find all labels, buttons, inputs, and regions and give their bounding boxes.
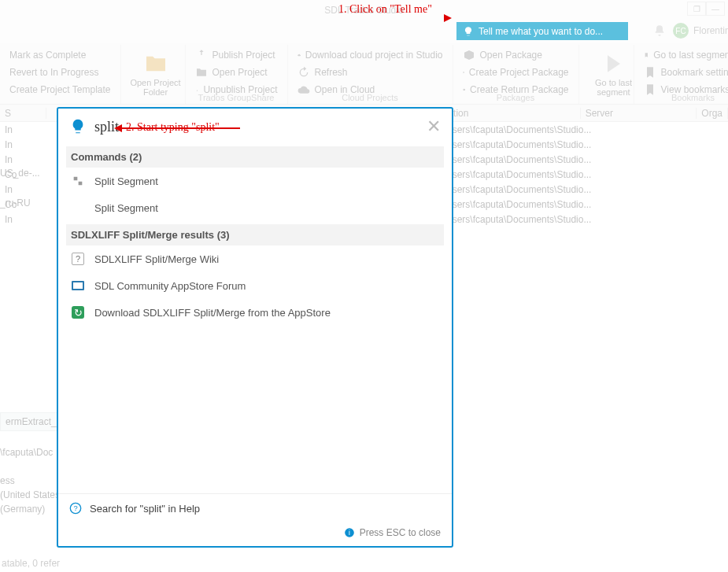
user-avatar: FC	[673, 23, 689, 39]
window-restore-button[interactable]: ❐	[687, 2, 706, 16]
col-org[interactable]: Orga	[697, 108, 728, 119]
open-package-button[interactable]: Open Package	[460, 46, 572, 64]
goto-icon	[601, 51, 626, 76]
commands-section-header: Commands (2)	[66, 146, 444, 168]
ribbon: Mark as Complete Revert to In Progress C…	[0, 43, 728, 105]
col-server[interactable]: Server	[581, 108, 697, 119]
return-package-icon	[463, 83, 466, 96]
user-name: Florentina	[693, 25, 728, 36]
status-bar: atable, 0 refer	[2, 558, 60, 569]
download-cloud-button[interactable]: Download cloud project in Studio	[294, 46, 446, 64]
notifications-icon[interactable]	[653, 24, 666, 39]
info-icon: i	[344, 527, 355, 538]
download-icon: ↻	[71, 305, 85, 319]
cloud-projects-label: Cloud Projects	[288, 93, 453, 102]
app-section-header: SDLXLIFF Split/Merge results (3)	[66, 224, 444, 245]
package-open-icon	[463, 49, 475, 61]
tell-me-placeholder: Tell me what you want to do...	[479, 26, 603, 37]
open-project-button[interactable]: Open Project	[192, 64, 281, 81]
open-in-cloud-button[interactable]: Open in Cloud	[294, 81, 446, 98]
window-minimize-button[interactable]: —	[706, 2, 725, 16]
create-template-button[interactable]: Create Project Template	[6, 81, 114, 98]
unpublish-project-button[interactable]: Unpublish Project	[192, 81, 281, 98]
close-icon[interactable]: ✕	[427, 116, 441, 137]
esc-hint: i Press ESC to close	[58, 522, 452, 546]
cloud-download-icon	[297, 49, 301, 61]
help-icon: ?	[71, 252, 85, 266]
goto-last-segment-button[interactable]: Go to last segment	[586, 46, 642, 101]
blank-icon	[71, 201, 85, 215]
packages-label: Packages	[453, 93, 578, 102]
goto-last-segment-in-button[interactable]: Go to last segment in	[641, 46, 728, 64]
forum-icon	[71, 279, 85, 293]
bookmark-goto-icon	[644, 49, 649, 61]
col-status[interactable]: S	[0, 108, 46, 119]
mark-complete-button[interactable]: Mark as Complete	[6, 46, 114, 64]
side-label-ru: _ru-RU	[0, 197, 31, 209]
package-icon	[463, 66, 464, 79]
annotation-1: 1. Click on "Tell me"	[338, 3, 432, 16]
publish-project-button[interactable]: Publish Project	[192, 46, 281, 64]
revert-button[interactable]: Revert to In Progress	[6, 64, 114, 81]
refresh-icon	[297, 66, 310, 79]
svg-text:?: ?	[73, 504, 77, 512]
result-split-segment-2[interactable]: Split Segment	[66, 194, 444, 221]
result-wiki[interactable]: ? SDLXLIFF Split/Merge Wiki	[66, 245, 444, 272]
split-icon	[71, 174, 85, 188]
side-label-de: US_de-...	[0, 168, 40, 179]
user-menu[interactable]: FC Florentina	[673, 23, 728, 39]
svg-text:i: i	[349, 530, 350, 537]
cloud-icon	[297, 83, 310, 96]
annotation-2-arrow	[122, 127, 240, 129]
help-search-icon: ?	[69, 502, 82, 515]
refresh-button[interactable]: Refresh	[294, 64, 446, 81]
result-download[interactable]: ↻ Download SDLXLIFF Split/Merge from the…	[66, 299, 444, 326]
bookmarks-label: Bookmarks	[634, 93, 728, 102]
view-bookmarks-button[interactable]: View bookmarks	[641, 81, 728, 98]
create-return-package-button[interactable]: Create Return Package	[460, 81, 572, 98]
unpublish-icon	[195, 83, 199, 96]
tell-me-search[interactable]: Tell me what you want to do...	[456, 22, 628, 40]
result-split-segment-1[interactable]: Split Segment	[66, 168, 444, 194]
result-forum[interactable]: SDL Community AppStore Forum	[66, 272, 444, 299]
open-icon	[195, 66, 208, 79]
bookmark-settings-button[interactable]: Bookmark settings	[641, 64, 728, 81]
lightbulb-icon	[69, 118, 87, 135]
lightbulb-icon	[463, 26, 474, 37]
publish-icon	[195, 49, 208, 61]
bookmark-view-icon	[644, 83, 656, 96]
annotation-1-arrow	[444, 14, 453, 24]
open-project-folder-button[interactable]: Open Project Folder	[127, 46, 184, 101]
col-location[interactable]: ocation	[434, 108, 581, 119]
create-package-button[interactable]: Create Project Package	[460, 64, 572, 81]
folder-icon	[143, 51, 168, 76]
bookmark-settings-icon	[644, 66, 656, 79]
search-in-help[interactable]: ? Search for "split" in Help	[58, 493, 452, 522]
groupshare-label: Trados GroupShare	[186, 93, 287, 102]
tell-me-popup: ✕ Commands (2) Split Segment Split Segme…	[57, 107, 453, 548]
